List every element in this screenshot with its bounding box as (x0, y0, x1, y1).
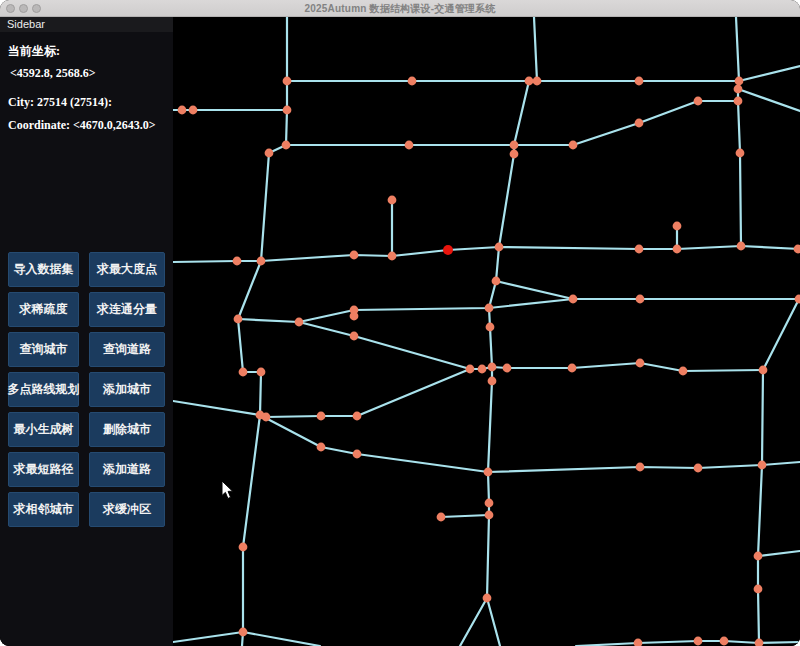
sparsity-button[interactable]: 求稀疏度 (8, 292, 79, 327)
city-node[interactable] (754, 585, 763, 594)
city-node[interactable] (736, 149, 745, 158)
buffer-zone-button[interactable]: 求缓冲区 (89, 492, 165, 527)
sidebar-header: Sidebar (0, 17, 173, 32)
city-node[interactable] (694, 637, 703, 646)
city-node[interactable] (350, 332, 359, 341)
city-node[interactable] (257, 368, 266, 377)
city-node[interactable] (568, 364, 577, 373)
sidebar-button-grid: 导入数据集 求最大度点 求稀疏度 求连通分量 查询城市 查询道路 多点路线规划 … (0, 252, 173, 527)
city-node[interactable] (317, 443, 326, 452)
city-node[interactable] (283, 77, 292, 86)
city-node[interactable] (488, 377, 497, 386)
highlighted-city-node[interactable] (443, 245, 453, 255)
city-node[interactable] (257, 257, 266, 266)
city-node[interactable] (634, 639, 643, 646)
city-node[interactable] (234, 315, 243, 324)
city-node[interactable] (437, 513, 446, 522)
city-node[interactable] (737, 242, 746, 251)
coordinate-info: 当前坐标: <4592.8, 2568.6> City: 27514 (2751… (0, 32, 173, 133)
query-city-button[interactable]: 查询城市 (8, 332, 79, 367)
city-node[interactable] (794, 245, 800, 254)
city-node[interactable] (759, 366, 768, 375)
city-node[interactable] (488, 363, 497, 372)
city-node[interactable] (720, 637, 729, 646)
city-node[interactable] (265, 149, 274, 158)
city-node[interactable] (408, 77, 417, 86)
city-node[interactable] (388, 252, 397, 261)
city-node[interactable] (295, 318, 304, 327)
window-title: 2025Autumn 数据结构课设-交通管理系统 (0, 2, 800, 16)
city-node[interactable] (636, 463, 645, 472)
city-node[interactable] (636, 295, 645, 304)
app-window: 2025Autumn 数据结构课设-交通管理系统 Sidebar 当前坐标: <… (0, 0, 800, 646)
city-node[interactable] (635, 77, 644, 86)
city-node[interactable] (466, 365, 475, 374)
city-node[interactable] (485, 511, 494, 520)
city-node[interactable] (510, 141, 519, 150)
city-node[interactable] (673, 245, 682, 254)
city-node[interactable] (569, 141, 578, 150)
multi-point-route-button[interactable]: 多点路线规划 (8, 372, 79, 407)
city-node[interactable] (635, 245, 644, 254)
city-node[interactable] (178, 106, 187, 115)
city-info: City: 27514 (27514): (8, 95, 166, 110)
city-node[interactable] (755, 639, 764, 646)
city-node[interactable] (525, 77, 534, 86)
city-node[interactable] (735, 77, 744, 86)
city-node[interactable] (405, 141, 414, 150)
connected-components-button[interactable]: 求连通分量 (89, 292, 165, 327)
city-node[interactable] (495, 243, 504, 252)
city-node[interactable] (262, 413, 271, 422)
city-node[interactable] (282, 141, 291, 150)
add-city-button[interactable]: 添加城市 (89, 372, 165, 407)
query-road-button[interactable]: 查询道路 (89, 332, 165, 367)
city-node[interactable] (283, 106, 292, 115)
city-node[interactable] (734, 85, 743, 94)
city-node[interactable] (679, 367, 688, 376)
adjacent-cities-button[interactable]: 求相邻城市 (8, 492, 79, 527)
city-node[interactable] (754, 552, 763, 561)
city-node[interactable] (636, 359, 645, 368)
city-node[interactable] (239, 543, 248, 552)
city-node[interactable] (569, 295, 578, 304)
city-node[interactable] (239, 628, 248, 637)
city-node[interactable] (353, 412, 362, 421)
city-node[interactable] (388, 196, 397, 205)
city-node[interactable] (492, 277, 501, 286)
max-degree-button[interactable]: 求最大度点 (89, 252, 165, 287)
city-node[interactable] (350, 251, 359, 260)
city-node[interactable] (239, 368, 248, 377)
city-node[interactable] (485, 304, 494, 313)
city-node[interactable] (484, 468, 493, 477)
current-coordinate-label: 当前坐标: (8, 43, 166, 60)
window-content: Sidebar 当前坐标: <4592.8, 2568.6> City: 275… (0, 17, 800, 646)
city-node[interactable] (189, 106, 198, 115)
import-dataset-button[interactable]: 导入数据集 (8, 252, 79, 287)
city-node[interactable] (353, 450, 362, 459)
city-node[interactable] (478, 365, 487, 374)
city-node[interactable] (533, 77, 542, 86)
sidebar: Sidebar 当前坐标: <4592.8, 2568.6> City: 275… (0, 17, 173, 646)
city-node[interactable] (694, 464, 703, 473)
city-node[interactable] (483, 594, 492, 603)
city-node[interactable] (694, 97, 703, 106)
window-titlebar: 2025Autumn 数据结构课设-交通管理系统 (0, 0, 800, 17)
delete-city-button[interactable]: 删除城市 (89, 412, 165, 447)
city-node[interactable] (485, 499, 494, 508)
shortest-path-button[interactable]: 求最短路径 (8, 452, 79, 487)
city-node[interactable] (795, 295, 800, 304)
city-node[interactable] (503, 364, 512, 373)
road-network-map[interactable] (173, 17, 800, 646)
city-node[interactable] (317, 412, 326, 421)
add-road-button[interactable]: 添加道路 (89, 452, 165, 487)
city-node[interactable] (233, 257, 242, 266)
city-node[interactable] (486, 323, 495, 332)
city-node[interactable] (673, 222, 682, 231)
city-node[interactable] (635, 119, 644, 128)
city-node[interactable] (350, 312, 359, 321)
city-coordinate: Coordinate: <4670.0,2643.0> (8, 118, 166, 133)
city-node[interactable] (758, 461, 767, 470)
city-node[interactable] (734, 97, 743, 106)
city-node[interactable] (510, 150, 519, 159)
mst-button[interactable]: 最小生成树 (8, 412, 79, 447)
